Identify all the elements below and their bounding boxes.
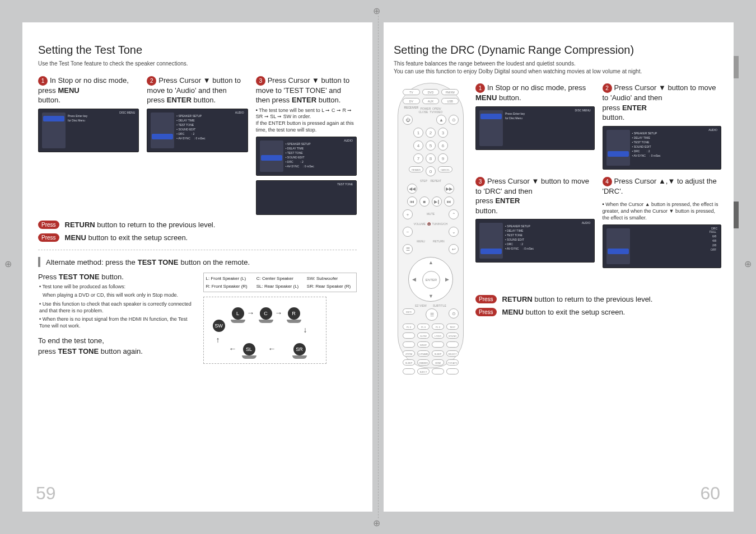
content-right: Setting the DRC (Dynamic Range Compressi…	[384, 22, 734, 368]
page-title: Setting the Test Tone	[38, 44, 357, 57]
menu-row: Press MENU button to exit the setup scre…	[38, 233, 357, 242]
press-pill: Press	[475, 295, 497, 303]
osd-screenshot: AUDIO • SPEAKER SETUP • DELAY TIME • TES…	[475, 219, 595, 263]
step-num: 3	[256, 76, 265, 86]
reg-mark-left: ⊕	[4, 259, 12, 269]
step-1: 1In Stop or no disc mode, press MENU but…	[475, 83, 595, 170]
fold-line	[375, 6, 381, 528]
thumb-tab	[734, 56, 739, 78]
reg-mark-right: ⊕	[744, 259, 752, 269]
return-row: Press RETURN button to return to the pre…	[38, 221, 357, 229]
content-left: Setting the Test Tone Use the Test Tone …	[22, 22, 372, 364]
step-3: 3Press Cursor ▼ button to move to 'TEST …	[256, 76, 357, 216]
page-left: Setting the Test Tone Use the Test Tone …	[22, 22, 372, 512]
press-pill: Press	[38, 221, 59, 229]
osd-screenshot: DISC MENU Press Enter key for Disc Menu	[38, 109, 139, 152]
end-head: To end the test tone,	[38, 336, 192, 345]
osd-screenshot: AUDIO • SPEAKER SETUP • DELAY TIME • TES…	[603, 126, 722, 170]
step-2: 2Press Cursor ▼ button to move to 'Audio…	[603, 83, 722, 170]
press-pill: Press	[475, 308, 497, 316]
intro-text: This feature balances the range between …	[394, 60, 721, 75]
steps-column: 1In Stop or no disc mode, press MENU but…	[475, 83, 721, 368]
menu-icon: ☰	[403, 244, 413, 254]
speaker-key: L: Front Speaker (L) C: Center Speaker S…	[203, 273, 357, 292]
return-row: Press RETURN button to return to the pre…	[475, 295, 721, 303]
page-right: Setting the DRC (Dynamic Range Compressi…	[384, 22, 734, 512]
osd-screenshot: TEST TONE	[256, 180, 357, 215]
speaker-flow-diagram: L C R SW SL SR → → ↓ ← ← ↑	[203, 297, 326, 364]
osd-screenshot: AUDIO • SPEAKER SETUP • DELAY TIME • TES…	[256, 137, 357, 176]
step-4: 4Press Cursor ▲,▼ to adjust the 'DRC'. •…	[603, 176, 722, 269]
osd-screenshot: DISC MENU Press Enter key for Disc Menu	[475, 106, 595, 150]
thumb-tab-active	[734, 202, 739, 228]
alternate-right: L: Front Speaker (L) C: Center Speaker S…	[203, 273, 357, 363]
page-title: Setting the DRC (Dynamic Range Compressi…	[394, 44, 721, 57]
press-pill: Press	[38, 233, 59, 242]
intro-text: Use the Test Tone feature to check the s…	[38, 60, 357, 68]
page-number: 60	[700, 483, 720, 504]
menu-row: Press MENU button to exit the setup scre…	[475, 308, 721, 316]
step-num: 1	[38, 76, 48, 86]
alternate-left: Press TEST TONE button. • Test tone will…	[38, 273, 192, 363]
return-icon: ↩	[449, 244, 459, 254]
document-spread: ⊕ ⊕ Setting the Test Tone Use the Test T…	[0, 0, 756, 534]
separator	[38, 250, 357, 250]
dpad: ▲ ▼ ◀ ▶ ENTER	[408, 257, 453, 302]
osd-screenshot: AUDIO • SPEAKER SETUP • DELAY TIME • TES…	[147, 109, 248, 152]
step-num: 2	[147, 76, 156, 86]
alt-head: Press TEST TONE button.	[38, 273, 192, 281]
step-1: 1In Stop or no disc mode, press MENU but…	[38, 76, 139, 216]
remote-control: TVDVDFM/XM DV RECEIVERAUXUSB POWER OPEN/…	[398, 83, 464, 368]
step-2: 2Press Cursor ▼ button to move to 'Audio…	[147, 76, 248, 216]
osd-screenshot: DRC FULL 6/8 4/8 2/8 OFF	[603, 224, 722, 268]
remote-column: TVDVDFM/XM DV RECEIVERAUXUSB POWER OPEN/…	[394, 83, 468, 368]
power-icon: ⏻	[403, 115, 413, 125]
page-number: 59	[36, 483, 56, 504]
alternate-method-bar: Alternate method: press the TEST TONE bu…	[38, 257, 357, 267]
steps-row: 1In Stop or no disc mode, press MENU but…	[38, 76, 357, 216]
step-3: 3Press Cursor ▼ button to move to 'DRC' …	[475, 176, 595, 269]
